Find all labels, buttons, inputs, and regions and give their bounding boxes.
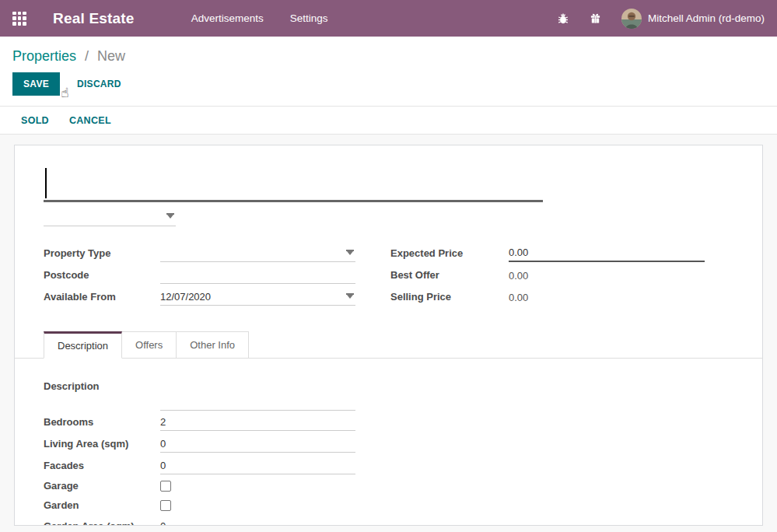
text-cursor: [45, 168, 47, 198]
breadcrumb-properties-link[interactable]: Properties: [12, 48, 76, 64]
bedrooms-value: 2: [160, 416, 166, 428]
available-from-label: Available From: [44, 291, 160, 303]
postcode-label: Postcode: [44, 269, 160, 281]
user-avatar[interactable]: [621, 9, 642, 29]
save-button-label: SAVE: [23, 79, 49, 89]
discard-button[interactable]: DISCARD: [77, 79, 121, 89]
selling-price-label: Selling Price: [390, 291, 509, 303]
available-from-datepicker[interactable]: 12/07/2020: [160, 287, 355, 306]
apps-grid-icon[interactable]: [12, 12, 26, 26]
field-groups: Property Type Postcode Available From: [44, 242, 762, 307]
mouse-cursor-icon: ☝: [61, 85, 69, 100]
garage-label: Garage: [44, 480, 160, 492]
selling-price-value: 0.00: [509, 287, 705, 306]
living-area-value: 0: [160, 438, 166, 450]
form-sheet: Property Type Postcode Available From: [14, 145, 763, 526]
bug-icon[interactable]: [556, 12, 570, 26]
top-navbar: Real Estate Advertisements Settings: [0, 0, 777, 37]
tab-offers[interactable]: Offers: [122, 331, 177, 359]
chevron-down-icon: [347, 295, 353, 299]
living-area-label: Living Area (sqm): [44, 438, 160, 450]
garden-area-input[interactable]: 0: [160, 516, 355, 526]
breadcrumb: Properties / New: [0, 37, 777, 72]
garden-checkbox[interactable]: [160, 500, 171, 511]
garden-area-value: 0: [160, 520, 166, 526]
sold-button[interactable]: SOLD: [21, 115, 49, 126]
right-field-group: Expected Price 0.00 Best Offer 0.00 Sell…: [390, 242, 705, 307]
breadcrumb-separator: /: [85, 48, 89, 64]
bedrooms-label: Bedrooms: [44, 416, 160, 428]
description-textarea[interactable]: [160, 379, 355, 411]
menu-item-settings[interactable]: Settings: [277, 12, 341, 24]
expected-price-input[interactable]: 0.00: [509, 243, 705, 262]
postcode-input[interactable]: [160, 265, 355, 284]
form-view-container: Property Type Postcode Available From: [0, 135, 777, 532]
description-label: Description: [44, 379, 160, 392]
facades-input[interactable]: 0: [160, 456, 355, 474]
best-offer-label: Best Offer: [390, 269, 509, 281]
expected-price-label: Expected Price: [390, 247, 509, 259]
cancel-button[interactable]: CANCEL: [69, 115, 111, 126]
bedrooms-input[interactable]: 2: [160, 412, 355, 431]
left-field-group: Property Type Postcode Available From: [44, 242, 355, 307]
action-bar: SAVE ☝ DISCARD: [0, 72, 777, 107]
user-name[interactable]: Mitchell Admin (rd-demo): [648, 12, 765, 24]
available-from-value: 12/07/2020: [160, 291, 211, 303]
property-name-input[interactable]: [44, 168, 543, 202]
menu-item-advertisements[interactable]: Advertisements: [178, 12, 277, 24]
garage-checkbox[interactable]: [160, 481, 171, 492]
garden-label: Garden: [44, 499, 160, 511]
notebook-tabs: Description Offers Other Info: [15, 331, 762, 359]
facades-value: 0: [160, 460, 166, 471]
chevron-down-icon: [167, 215, 173, 219]
breadcrumb-current: New: [97, 48, 125, 64]
facades-label: Facades: [44, 460, 160, 471]
form-statusbar: SOLD CANCEL: [0, 107, 777, 135]
best-offer-value: 0.00: [509, 265, 705, 284]
save-button[interactable]: SAVE ☝: [12, 72, 60, 96]
garden-area-label: Garden Area (sqm): [44, 520, 160, 527]
tab-other-info[interactable]: Other Info: [177, 331, 249, 359]
property-type-label: Property Type: [44, 247, 160, 259]
tags-dropdown[interactable]: [44, 207, 176, 226]
expected-price-value: 0.00: [509, 247, 528, 258]
chevron-down-icon: [347, 251, 353, 255]
living-area-input[interactable]: 0: [160, 434, 355, 453]
nav-menu: Advertisements Settings: [178, 12, 341, 24]
navbar-right: Mitchell Admin (rd-demo): [537, 9, 765, 29]
tab-description[interactable]: Description: [44, 331, 122, 359]
property-type-select[interactable]: [160, 243, 355, 262]
app-title: Real Estate: [53, 10, 135, 27]
description-tab-content: Description Bedrooms 2 Living Area (sqm)…: [44, 359, 762, 526]
gift-icon[interactable]: [589, 12, 603, 26]
